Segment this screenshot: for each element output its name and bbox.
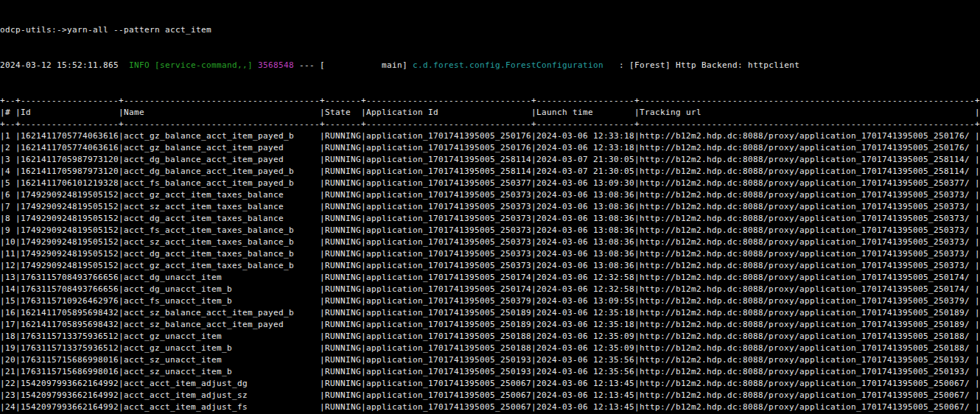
table-row: |17|1621411705895698432|acct_sz_balance_… [0,319,980,331]
log-segment: INFO [service-command,,] [129,60,253,70]
table-row: |11|1749290924819505152|acct_dg_acct_ite… [0,248,980,260]
table-row: |3 |1621411705987973120|acct_dg_balance_… [0,154,980,166]
log-segment: --- [ main] [294,60,413,70]
table-row: |6 |1749290924819505152|acct_gz_acct_ite… [0,189,980,201]
yarn-table: +--+-------------------+----------------… [0,95,980,414]
table-header-row: |# |Id |Name |State |Application Id |Lau… [0,107,980,119]
table-row: |4 |1621411705987973120|acct_dg_balance_… [0,166,980,178]
command-line: odcp-utils:->yarn-all --pattern acct_ite… [0,24,980,36]
table-row: |18|1763115713375936512|acct_gz_unacct_i… [0,331,980,343]
table-row: |7 |1749290924819505152|acct_sz_acct_ite… [0,201,980,213]
table-row: |12|1749290924819505152|acct_gz_acct_ite… [0,260,980,272]
table-row: |21|1763115715686998016|acct_sz_unacct_i… [0,366,980,378]
table-row: |15|1763115710926462976|acct_fs_unacct_i… [0,295,980,307]
log-line: 2024-03-12 15:52:11.865 INFO [service-co… [0,60,980,71]
table-row: |20|1763115715686998016|acct_sz_unacct_i… [0,354,980,366]
terminal: odcp-utils:->yarn-all --pattern acct_ite… [0,0,980,414]
table-border: +--+-------------------+----------------… [0,119,980,130]
log-segment: 3568548 [258,60,294,70]
table-row: |22|1542097993662164992|acct_acct_item_a… [0,378,980,390]
table-row: |9 |1749290924819505152|acct_fs_acct_ite… [0,225,980,236]
table-row: |24|1542097993662164992|acct_acct_item_a… [0,401,980,413]
table-row: |23|1542097993662164992|acct_acct_item_a… [0,390,980,401]
table-row: |16|1621411705895698432|acct_sz_balance_… [0,307,980,319]
table-row: |1 |1621411705774063616|acct_gz_balance_… [0,130,980,142]
log-segment: : [Forest] Http Backend: httpclient [603,60,799,70]
table-row: |13|1763115708493766656|acct_dg_unacct_i… [0,272,980,284]
table-border: +--+-------------------+----------------… [0,95,980,107]
log-segment: 2024-03-12 15:52:11.865 [0,60,129,70]
table-row: |10|1749290924819505152|acct_sz_acct_ite… [0,236,980,248]
table-row: |14|1763115708493766656|acct_dg_unacct_i… [0,284,980,295]
log-segment: c.d.forest.config.ForestConfiguration [413,60,603,70]
log-segment [253,60,258,70]
table-row: |5 |1621411706101219328|acct_fs_balance_… [0,178,980,189]
table-row: |19|1763115713375936512|acct_gz_unacct_i… [0,343,980,354]
table-row: |8 |1749290924819505152|acct_dg_acct_ite… [0,213,980,225]
table-row: |2 |1621411705774063616|acct_gz_balance_… [0,142,980,154]
